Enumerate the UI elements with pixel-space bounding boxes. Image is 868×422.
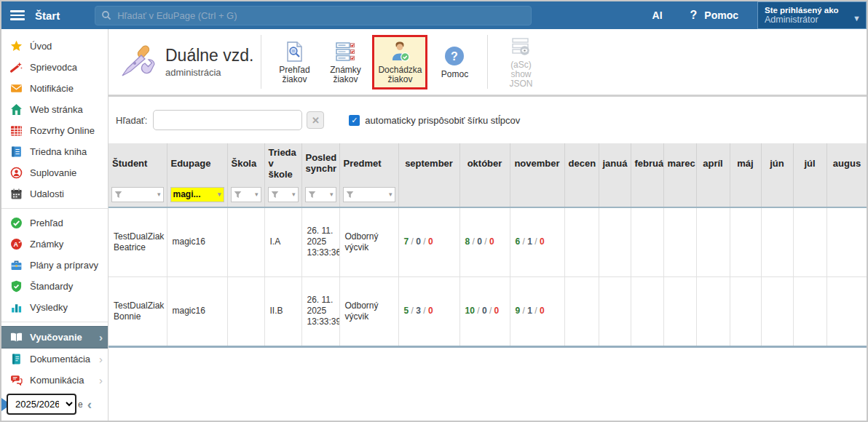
separator: / xyxy=(532,306,540,316)
sidebar-item-label: Rozvrhy Online xyxy=(30,125,95,136)
sidebar-item-prehlad[interactable]: Prehľad xyxy=(1,212,108,234)
page-subtitle: administrácia xyxy=(165,67,253,78)
column-header[interactable]: Študent xyxy=(108,143,167,183)
month-attendance-cell xyxy=(793,207,826,276)
ai-button[interactable]: AI xyxy=(652,9,663,21)
column-header[interactable]: februá xyxy=(631,143,663,183)
column-filter-dropdown[interactable]: ▾ xyxy=(305,187,336,202)
sidebar-item-label: Suplovanie xyxy=(30,167,76,178)
calendar-icon xyxy=(10,188,23,200)
sidebar-item-udalosti[interactable]: Udalosti xyxy=(1,183,108,204)
column-header[interactable]: Posled synchr xyxy=(301,143,339,183)
global-search[interactable] xyxy=(95,6,532,25)
class-cell: I.A xyxy=(264,207,301,276)
start-menu-button[interactable]: Štart xyxy=(35,9,60,22)
pomoc-button[interactable]: ?Pomoc xyxy=(430,39,478,84)
student-cell: TestDualZiak Bonnie xyxy=(108,276,167,346)
timetable-icon xyxy=(10,124,23,137)
column-header[interactable]: Predmet xyxy=(339,143,398,183)
column-header[interactable]: október xyxy=(459,143,510,183)
month-attendance-cell: 10 / 0 / 0 xyxy=(459,276,510,346)
sidebar-item-komunikacia[interactable]: Komunikácia› xyxy=(1,370,108,391)
sidebar-item-rozvrhy-online[interactable]: Rozvrhy Online xyxy=(1,120,108,141)
attendance-number: 10 xyxy=(465,306,475,316)
column-filter-dropdown[interactable]: ▾ xyxy=(343,187,395,202)
funnel-icon xyxy=(114,191,122,199)
column-header[interactable]: Škola xyxy=(227,143,264,183)
column-filter-dropdown[interactable]: ▾ xyxy=(111,187,164,202)
separator: / xyxy=(421,306,428,316)
column-header[interactable]: máj xyxy=(730,143,761,183)
column-header[interactable]: Trieda v škole xyxy=(264,143,301,183)
column-filter-dropdown[interactable]: ▾ xyxy=(268,187,299,202)
sidebar-bottom-bar: 2025/2026e‹ xyxy=(1,391,108,421)
sidebar-item-triedna-kniha[interactable]: Triedna kniha xyxy=(1,141,108,162)
sidebar-item-label: Úvod xyxy=(30,41,52,52)
sidebar-item-plany-a-pripravy[interactable]: Plány a prípravy xyxy=(1,255,108,276)
sidebar-item-suplovanie[interactable]: Suplovanie xyxy=(1,162,108,183)
filter-cell: ▾ xyxy=(227,183,264,207)
sidebar-item-notifikacie[interactable]: Notifikácie xyxy=(1,78,108,99)
autosize-columns-checkbox[interactable]: ✓ xyxy=(349,115,360,126)
sidebar-item-vyucovanie[interactable]: Vyučovanie› xyxy=(1,326,108,349)
sidebar-item-web-stranka[interactable]: Web stránka xyxy=(1,99,108,120)
school-year-select[interactable]: 2025/2026 xyxy=(7,394,76,415)
column-header[interactable]: november xyxy=(510,143,564,183)
help-question-icon[interactable]: ? xyxy=(690,9,698,22)
prehlad-ziakov-button[interactable]: Prehľad žiakov xyxy=(270,35,318,89)
column-filter-dropdown[interactable]: magi...▾ xyxy=(170,187,224,202)
column-header[interactable]: júl xyxy=(793,143,826,183)
partial-label: e xyxy=(78,399,83,410)
attendance-number: 0 xyxy=(489,236,494,247)
funnel-icon xyxy=(308,191,316,199)
page-title: Duálne vzd. xyxy=(165,46,253,65)
content-empty-area xyxy=(108,348,867,421)
table-row[interactable]: TestDualZiak Bonniemagic16II.B26. 11. 20… xyxy=(108,276,867,346)
month-attendance-cell xyxy=(599,207,631,276)
column-header[interactable]: september xyxy=(398,143,459,183)
sidebar-item-label: Sprievodca xyxy=(30,62,77,73)
column-header[interactable]: augus xyxy=(826,143,867,183)
month-attendance-cell xyxy=(696,207,730,276)
column-header[interactable]: decen xyxy=(564,143,599,183)
asc-json-icon xyxy=(510,36,532,57)
svg-text:?: ? xyxy=(451,50,459,63)
month-attendance-cell xyxy=(826,276,867,346)
toolbar-divider xyxy=(487,35,488,89)
global-search-input[interactable] xyxy=(117,10,525,21)
sidebar-item-uvod[interactable]: Úvod xyxy=(1,36,108,57)
attendance-number: 0 xyxy=(482,306,487,316)
person-circle-icon xyxy=(10,167,23,179)
funnel-icon xyxy=(234,191,242,199)
month-attendance-cell: 7 / 0 / 0 xyxy=(398,207,459,276)
funnel-icon xyxy=(346,191,354,199)
column-filter-dropdown[interactable]: ▾ xyxy=(231,187,261,202)
sidebar-item-znamky[interactable]: AZnámky xyxy=(1,234,108,255)
sidebar-item-vysledky[interactable]: Výsledky xyxy=(1,297,108,318)
collapse-sidebar-icon[interactable]: ‹ xyxy=(87,397,92,413)
column-header[interactable]: marec xyxy=(663,143,696,183)
table-search-input[interactable] xyxy=(153,110,302,130)
sidebar-item-sprievodca[interactable]: Sprievodca xyxy=(1,57,108,78)
clear-search-button[interactable]: ✕ xyxy=(307,111,324,129)
hamburger-menu-icon[interactable] xyxy=(10,8,25,23)
column-header[interactable]: januá xyxy=(599,143,631,183)
column-header[interactable]: apríl xyxy=(696,143,730,183)
sidebar-item-label: Výsledky xyxy=(30,302,68,313)
logged-in-user-menu[interactable]: Ste prihlásený ako Administrátor ▼ xyxy=(757,1,867,29)
month-attendance-cell xyxy=(730,207,761,276)
column-header[interactable]: Edupage xyxy=(167,143,227,183)
dochadzka-ziakov-button[interactable]: Dochádzka žiakov xyxy=(372,35,427,89)
help-button[interactable]: Pomoc xyxy=(704,9,738,21)
school-cell xyxy=(227,276,264,346)
table-row[interactable]: TestDualZiak Beatricemagic16I.A26. 11. 2… xyxy=(108,207,867,276)
sidebar-item-standardy[interactable]: Štandardy xyxy=(1,276,108,297)
znamky-ziakov-button[interactable]: Známky žiakov xyxy=(321,35,369,89)
toolbar-button-label: Známky žiakov xyxy=(325,65,366,84)
column-header[interactable]: jún xyxy=(761,143,793,183)
sidebar-item-dokumentacia[interactable]: Dokumentácia› xyxy=(1,349,108,370)
separator: / xyxy=(470,236,477,247)
chevron-right-icon: › xyxy=(99,353,103,365)
sidebar-item-label: Web stránka xyxy=(30,104,83,115)
filter-cell: ▾ xyxy=(339,183,398,207)
